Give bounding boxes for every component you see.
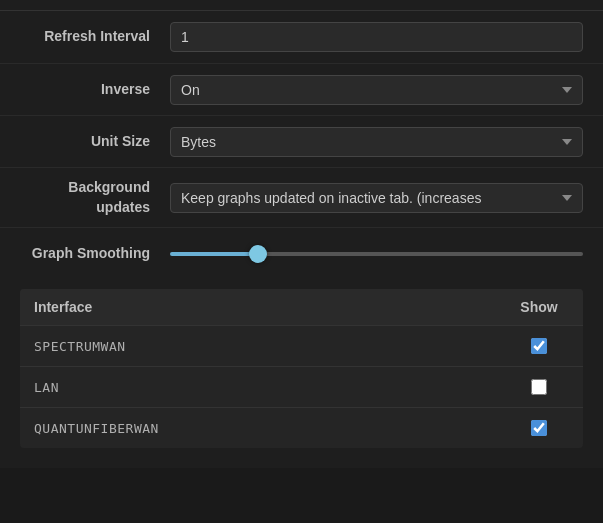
background-updates-label: Background updates <box>20 178 170 217</box>
show-checkbox-lan[interactable] <box>531 379 547 395</box>
unit-size-label: Unit Size <box>20 132 170 152</box>
unit-size-row: Unit Size Bytes Kilobytes Megabytes <box>0 115 603 167</box>
col-interface-header: Interface <box>34 299 509 315</box>
graph-smoothing-field <box>170 252 583 256</box>
inverse-select[interactable]: On Off <box>170 75 583 105</box>
table-header: Interface Show <box>20 289 583 326</box>
refresh-interval-label: Refresh Interval <box>20 27 170 47</box>
inverse-field: On Off <box>170 75 583 105</box>
interface-name-spectrumwan: SPECTRUMWAN <box>34 339 509 354</box>
background-updates-row: Background updates Keep graphs updated o… <box>0 167 603 227</box>
interface-name-lan: LAN <box>34 380 509 395</box>
refresh-interval-field <box>170 22 583 52</box>
graph-smoothing-label: Graph Smoothing <box>20 244 170 264</box>
background-updates-select[interactable]: Keep graphs updated on inactive tab. (in… <box>170 183 583 213</box>
refresh-interval-row: Refresh Interval <box>0 11 603 63</box>
graph-smoothing-slider[interactable] <box>170 252 583 256</box>
show-cell-quantunfiberwan <box>509 420 569 436</box>
inverse-row: Inverse On Off <box>0 63 603 115</box>
background-updates-field: Keep graphs updated on inactive tab. (in… <box>170 183 583 213</box>
inverse-label: Inverse <box>20 80 170 100</box>
show-cell-lan <box>509 379 569 395</box>
unit-size-select[interactable]: Bytes Kilobytes Megabytes <box>170 127 583 157</box>
interface-table: Interface Show SPECTRUMWAN LAN QUANTUNFI… <box>20 289 583 448</box>
col-show-header: Show <box>509 299 569 315</box>
table-row: SPECTRUMWAN <box>20 326 583 367</box>
show-checkbox-quantunfiberwan[interactable] <box>531 420 547 436</box>
show-cell-spectrumwan <box>509 338 569 354</box>
table-row: LAN <box>20 367 583 408</box>
table-row: QUANTUNFIBERWAN <box>20 408 583 448</box>
show-checkbox-spectrumwan[interactable] <box>531 338 547 354</box>
interface-name-quantunfiberwan: QUANTUNFIBERWAN <box>34 421 509 436</box>
graph-smoothing-row: Graph Smoothing <box>0 227 603 279</box>
unit-size-field: Bytes Kilobytes Megabytes <box>170 127 583 157</box>
refresh-interval-input[interactable] <box>170 22 583 52</box>
